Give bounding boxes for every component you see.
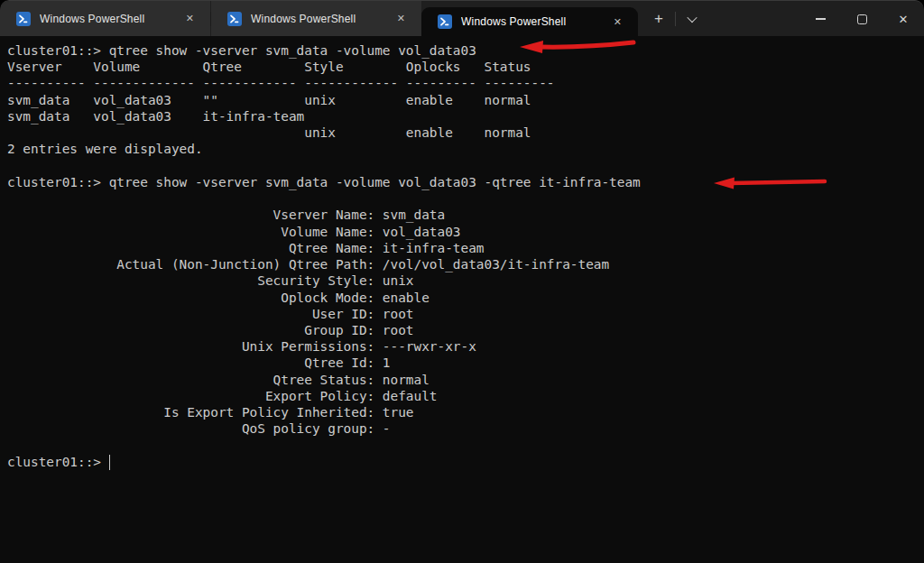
title-bar: Windows PowerShell ✕ Windows PowerShell …	[0, 0, 924, 36]
powershell-icon	[227, 12, 242, 26]
tab-close-icon[interactable]: ✕	[393, 11, 409, 26]
maximize-icon	[857, 14, 867, 24]
titlebar-drag-region	[706, 1, 799, 36]
terminal-output: cluster01::> qtree show -vserver svm_dat…	[0, 36, 924, 470]
new-tab-button[interactable]: +	[645, 7, 672, 31]
terminal-viewport[interactable]: cluster01::> qtree show -vserver svm_dat…	[0, 36, 924, 563]
tab-close-icon[interactable]: ✕	[182, 11, 198, 26]
minimize-button[interactable]	[799, 1, 841, 37]
plus-icon: +	[654, 10, 663, 28]
close-icon: ✕	[899, 13, 909, 26]
minimize-icon	[816, 18, 826, 20]
toolbar-separator	[675, 12, 676, 26]
tab-dropdown-button[interactable]	[679, 7, 706, 31]
tab-title: Windows PowerShell	[251, 13, 384, 25]
terminal-window: Windows PowerShell ✕ Windows PowerShell …	[0, 0, 924, 563]
close-button[interactable]: ✕	[882, 1, 924, 37]
tab-close-icon[interactable]: ✕	[610, 14, 625, 30]
maximize-button[interactable]	[841, 1, 882, 37]
tab-windows-powershell-3-active[interactable]: Windows PowerShell ✕	[421, 7, 638, 36]
terminal-cursor	[109, 455, 111, 470]
tab-title: Windows PowerShell	[461, 15, 601, 28]
tab-windows-powershell-1[interactable]: Windows PowerShell ✕	[0, 1, 210, 36]
tab-title: Windows PowerShell	[40, 13, 173, 25]
powershell-icon	[438, 14, 452, 29]
tab-windows-powershell-2[interactable]: Windows PowerShell ✕	[211, 1, 421, 36]
chevron-down-icon	[687, 12, 697, 22]
powershell-icon	[16, 12, 31, 26]
